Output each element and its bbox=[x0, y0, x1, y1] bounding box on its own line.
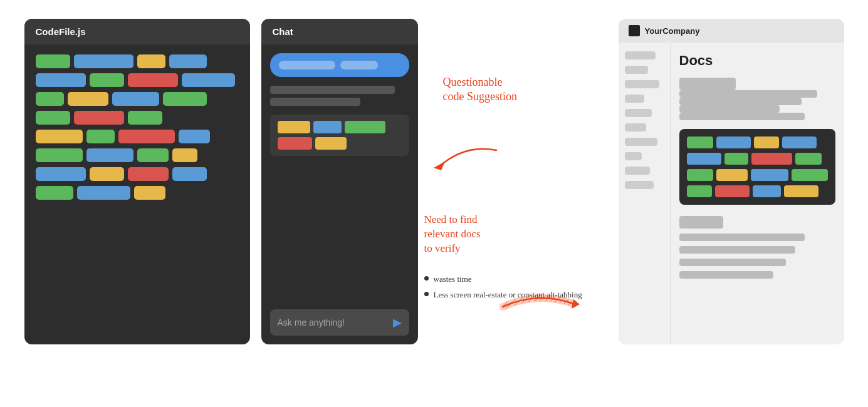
code-block bbox=[36, 73, 86, 87]
docs-code-block bbox=[715, 185, 750, 197]
svg-marker-0 bbox=[434, 162, 445, 170]
docs-code-block bbox=[687, 185, 712, 197]
code-row bbox=[36, 73, 239, 87]
arrow-to-docs bbox=[499, 288, 581, 322]
docs-sidebar bbox=[619, 43, 671, 344]
code-row bbox=[36, 186, 239, 200]
code-block bbox=[179, 130, 210, 143]
docs-gray-block bbox=[679, 113, 805, 120]
svg-rect-2 bbox=[499, 288, 581, 319]
docs-panel: YourCompany Docs bbox=[619, 19, 844, 344]
code-block bbox=[68, 92, 108, 106]
bubble-block-2 bbox=[340, 61, 378, 70]
response-line-2 bbox=[270, 98, 360, 106]
chat-input-area[interactable]: Ask me anything! ▶ bbox=[270, 309, 409, 336]
code-block bbox=[128, 111, 162, 125]
annotation-area: Questionablecode Suggestion Need to find… bbox=[424, 19, 612, 344]
chat-response bbox=[270, 86, 409, 106]
send-icon[interactable]: ▶ bbox=[393, 316, 402, 329]
docs-sidebar-item[interactable] bbox=[625, 51, 656, 59]
code-panel: CodeFile.js bbox=[24, 19, 250, 344]
docs-code-block bbox=[795, 153, 822, 165]
suggestion-row bbox=[278, 137, 402, 150]
docs-code-block bbox=[751, 153, 792, 165]
code-block bbox=[36, 130, 83, 143]
docs-bottom-block bbox=[679, 246, 795, 254]
suggestion-row bbox=[278, 121, 402, 133]
suggestion-block bbox=[315, 137, 347, 150]
code-block bbox=[74, 111, 124, 125]
code-block bbox=[169, 54, 207, 68]
code-block bbox=[137, 148, 169, 162]
docs-code-row bbox=[687, 185, 828, 197]
docs-code-block bbox=[784, 185, 818, 197]
docs-code-block bbox=[687, 137, 713, 148]
chat-body bbox=[261, 44, 418, 303]
docs-code-block bbox=[782, 137, 817, 148]
docs-title: Docs bbox=[679, 53, 835, 69]
code-row bbox=[36, 148, 239, 162]
docs-code-block bbox=[687, 153, 721, 165]
docs-sidebar-item[interactable] bbox=[625, 152, 642, 160]
code-block bbox=[36, 148, 83, 162]
docs-sidebar-item[interactable] bbox=[625, 167, 650, 175]
main-container: CodeFile.js Chat Ask me anything! ▶ bbox=[0, 0, 868, 407]
code-block bbox=[172, 167, 207, 181]
response-line-1 bbox=[270, 86, 395, 94]
chat-input-placeholder[interactable]: Ask me anything! bbox=[278, 317, 345, 327]
docs-sidebar-item[interactable] bbox=[625, 66, 648, 74]
docs-code-row bbox=[687, 153, 828, 165]
code-panel-title: CodeFile.js bbox=[24, 19, 250, 44]
code-block bbox=[86, 130, 115, 143]
docs-sidebar-item[interactable] bbox=[625, 138, 658, 146]
docs-sidebar-item[interactable] bbox=[625, 80, 660, 88]
code-block bbox=[182, 73, 235, 87]
code-block bbox=[86, 148, 133, 162]
docs-bottom-block bbox=[679, 259, 786, 266]
docs-gray-block bbox=[679, 105, 780, 113]
code-block bbox=[77, 186, 130, 200]
bubble-block-1 bbox=[279, 61, 335, 70]
docs-bottom-block bbox=[679, 216, 723, 229]
docs-topbar: YourCompany bbox=[619, 19, 844, 43]
docs-sidebar-item[interactable] bbox=[625, 181, 654, 189]
docs-sidebar-item[interactable] bbox=[625, 95, 644, 103]
docs-code-block bbox=[751, 169, 788, 181]
code-block bbox=[90, 73, 124, 87]
code-block bbox=[74, 54, 133, 68]
code-block bbox=[137, 54, 165, 68]
suggestion-block bbox=[345, 121, 385, 133]
code-block bbox=[36, 167, 86, 181]
code-block bbox=[36, 92, 64, 106]
docs-bottom-block bbox=[679, 271, 773, 279]
chat-panel-title: Chat bbox=[261, 19, 418, 44]
company-logo bbox=[629, 25, 640, 36]
bullet-dot bbox=[424, 292, 429, 296]
docs-code-block bbox=[687, 169, 713, 181]
docs-code-block bbox=[754, 137, 779, 148]
code-block bbox=[112, 92, 159, 106]
docs-layout: Docs bbox=[619, 43, 844, 344]
annotation-questionable: Questionablecode Suggestion bbox=[443, 75, 518, 105]
code-block bbox=[118, 130, 175, 143]
find-docs-text: Need to findrelevant docsto verify bbox=[424, 213, 582, 256]
docs-sidebar-item[interactable] bbox=[625, 109, 652, 117]
chat-code-suggestion bbox=[270, 115, 409, 156]
bullet-dot bbox=[424, 276, 429, 281]
suggestion-block bbox=[313, 121, 342, 133]
docs-code-block bbox=[753, 185, 781, 197]
docs-sidebar-item[interactable] bbox=[625, 123, 646, 131]
docs-code-block bbox=[716, 169, 748, 181]
code-row bbox=[36, 111, 239, 125]
suggestion-block bbox=[278, 137, 312, 150]
docs-content: Docs bbox=[671, 43, 844, 344]
code-block bbox=[36, 111, 70, 125]
code-block bbox=[128, 167, 169, 181]
docs-code-block bbox=[792, 169, 828, 181]
chat-user-bubble bbox=[270, 53, 409, 77]
docs-code-row bbox=[687, 169, 828, 181]
questionable-text: Questionablecode Suggestion bbox=[443, 75, 518, 105]
docs-code-row bbox=[687, 137, 828, 148]
docs-bottom-block bbox=[679, 234, 805, 241]
code-row bbox=[36, 167, 239, 181]
